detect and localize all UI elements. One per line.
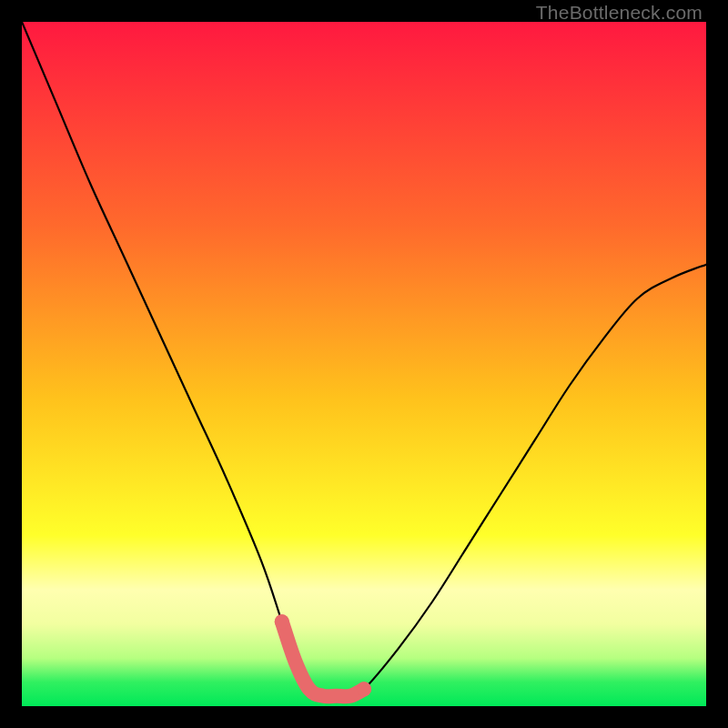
outer-frame: TheBottleneck.com [0, 0, 728, 728]
plot-area [22, 22, 706, 706]
highlight-end-dot [275, 614, 289, 629]
watermark-text: TheBottleneck.com [536, 2, 703, 24]
minimum-highlight [282, 622, 364, 696]
bottleneck-curve [22, 22, 706, 696]
highlight-end-dot [357, 682, 371, 696]
curve-layer [22, 22, 706, 706]
